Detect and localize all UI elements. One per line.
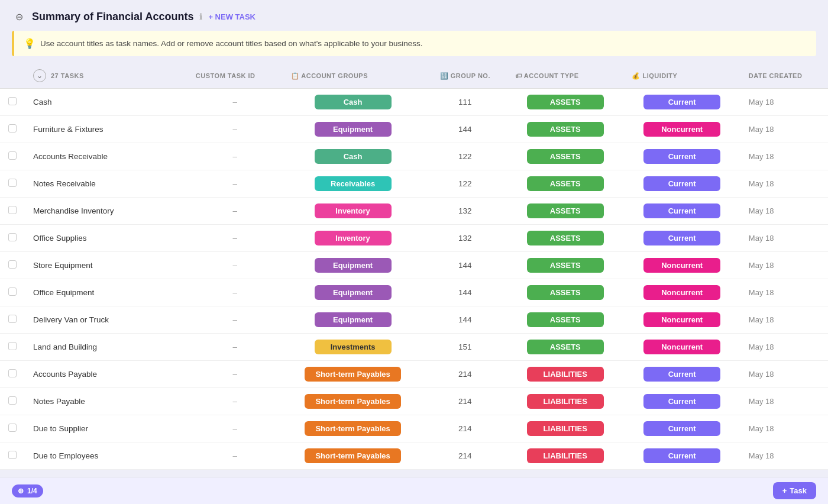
task-checkbox[interactable] [8, 369, 17, 377]
custom-task-id: – [187, 143, 283, 170]
row-checkbox-cell [0, 306, 25, 334]
account-group-badge: Short-term Payables [305, 394, 400, 409]
date-created: May 18 [749, 397, 774, 406]
task-name: Notes Payable [33, 397, 85, 406]
tasks-collapse-button[interactable]: ⌄ [33, 69, 46, 82]
account-type-badge-cell: ASSETS [507, 225, 623, 252]
account-type-badge: ASSETS [527, 95, 604, 109]
account-type-badge-cell: ASSETS [507, 198, 623, 225]
liquidity-badge: Current [643, 448, 720, 463]
task-name: Delivery Van or Truck [33, 315, 109, 324]
row-checkbox-cell [0, 361, 25, 388]
account-group-badge-cell: Equipment [283, 116, 423, 143]
new-task-button[interactable]: + NEW TASK [208, 12, 255, 21]
group-no-cell: 151 [423, 334, 507, 361]
liquidity-badge-cell: Current [623, 415, 740, 442]
row-checkbox-cell [0, 89, 25, 116]
task-checkbox[interactable] [8, 151, 17, 160]
liquidity-badge-cell: Current [623, 442, 740, 470]
liquidity-badge: Noncurrent [643, 258, 720, 273]
row-checkbox-cell [0, 170, 25, 198]
custom-task-id: – [187, 279, 283, 306]
account-group-badge-cell: Short-term Payables [283, 442, 423, 470]
add-task-button[interactable]: + Task [773, 482, 816, 499]
account-type-badge: ASSETS [527, 340, 604, 354]
account-group-badge: Short-term Payables [305, 367, 400, 382]
date-created-cell: May 18 [740, 170, 828, 198]
task-name-cell: Store Equipment [25, 252, 187, 279]
task-checkbox[interactable] [8, 233, 17, 241]
col-liquidity: 💰 LIQUIDITY [623, 63, 740, 89]
date-created-cell: May 18 [740, 388, 828, 415]
liquidity-badge: Current [643, 203, 720, 218]
account-type-badge: LIABILITIES [527, 448, 604, 463]
task-checkbox[interactable] [8, 124, 17, 133]
task-checkbox[interactable] [8, 396, 17, 405]
date-created-cell: May 18 [740, 89, 828, 116]
account-type-badge-cell: LIABILITIES [507, 361, 623, 388]
task-checkbox[interactable] [8, 315, 17, 323]
table-row: Notes Receivable – Receivables 122 ASSET… [0, 170, 828, 198]
date-created: May 18 [749, 152, 774, 161]
account-group-badge-cell: Investments [283, 334, 423, 361]
account-type-badge-cell: ASSETS [507, 116, 623, 143]
page-container: ⊖ Summary of Financial Accounts ℹ + NEW … [0, 0, 828, 504]
account-group-badge: Equipment [315, 285, 392, 300]
task-name: Office Supplies [33, 234, 87, 243]
task-name-cell: Due to Supplier [25, 415, 187, 442]
task-checkbox[interactable] [8, 97, 17, 105]
account-group-badge: Equipment [315, 258, 392, 273]
row-checkbox-cell [0, 143, 25, 170]
account-type-badge-cell: ASSETS [507, 279, 623, 306]
custom-task-id: – [187, 225, 283, 252]
row-checkbox-cell [0, 198, 25, 225]
date-created-cell: May 18 [740, 334, 828, 361]
liquidity-badge: Noncurrent [643, 285, 720, 300]
account-group-badge-cell: Cash [283, 143, 423, 170]
row-checkbox-cell [0, 279, 25, 306]
task-checkbox[interactable] [8, 206, 17, 214]
task-checkbox[interactable] [8, 342, 17, 350]
date-created: May 18 [749, 125, 774, 134]
table-row: Delivery Van or Truck – Equipment 144 AS… [0, 306, 828, 334]
col-group-no: 🔢 GROUP NO. [423, 63, 507, 89]
task-checkbox[interactable] [8, 260, 17, 269]
custom-task-id: – [187, 442, 283, 470]
date-created-cell: May 18 [740, 116, 828, 143]
date-created: May 18 [749, 315, 774, 324]
table-row: Cash – Cash 111 ASSETS Current May 18 [0, 89, 828, 116]
task-checkbox[interactable] [8, 287, 17, 296]
task-checkbox[interactable] [8, 179, 17, 187]
account-type-badge-cell: LIABILITIES [507, 388, 623, 415]
task-name-cell: Office Supplies [25, 225, 187, 252]
group-no-cell: 214 [423, 415, 507, 442]
table-row: Furniture & Fixtures – Equipment 144 ASS… [0, 116, 828, 143]
col-custom-task-id: CUSTOM TASK ID [187, 63, 283, 89]
liquidity-badge-cell: Current [623, 225, 740, 252]
info-icon[interactable]: ℹ [199, 12, 202, 21]
account-type-badge: ASSETS [527, 122, 604, 137]
task-checkbox[interactable] [8, 451, 17, 459]
account-type-badge: LIABILITIES [527, 421, 604, 436]
table-row: Due to Supplier – Short-term Payables 21… [0, 415, 828, 442]
liquidity-badge-cell: Current [623, 388, 740, 415]
row-checkbox-cell [0, 252, 25, 279]
account-group-badge: Receivables [315, 176, 392, 191]
date-created-cell: May 18 [740, 442, 828, 470]
task-checkbox[interactable] [8, 424, 17, 432]
task-name-cell: Notes Payable [25, 388, 187, 415]
date-created: May 18 [749, 234, 774, 243]
row-checkbox-cell [0, 415, 25, 442]
account-group-badge-cell: Short-term Payables [283, 388, 423, 415]
collapse-button[interactable]: ⊖ [12, 9, 26, 24]
account-group-badge: Equipment [315, 312, 392, 327]
account-group-badge-cell: Equipment [283, 252, 423, 279]
task-name: Notes Receivable [33, 179, 96, 188]
task-count-label: 27 TASKS [51, 72, 84, 79]
account-type-badge-cell: ASSETS [507, 170, 623, 198]
group-no-cell: 111 [423, 89, 507, 116]
add-task-label: Task [790, 486, 807, 495]
row-checkbox-cell [0, 388, 25, 415]
task-name: Furniture & Fixtures [33, 125, 104, 134]
custom-task-id: – [187, 252, 283, 279]
